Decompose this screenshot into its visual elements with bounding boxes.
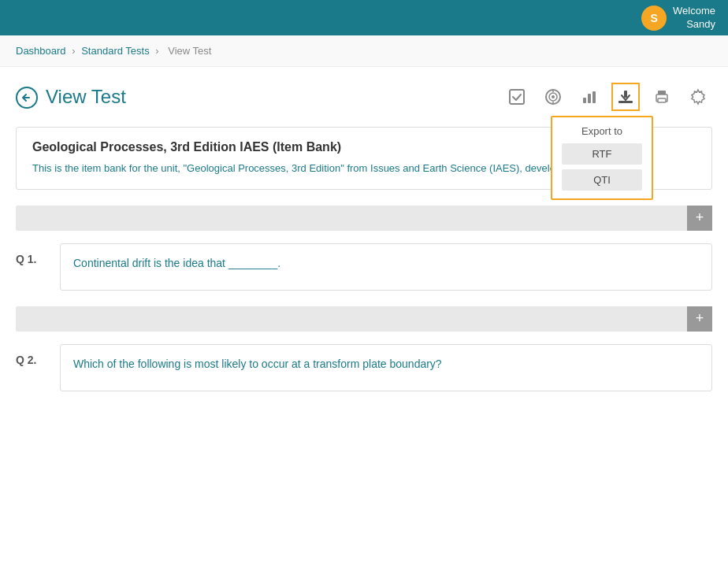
question-label-2: Q 2. bbox=[16, 344, 47, 366]
breadcrumb-sep1: › bbox=[72, 45, 75, 57]
question-card-1: Continental drift is the idea that _____… bbox=[60, 243, 712, 291]
svg-rect-15 bbox=[658, 98, 666, 102]
settings-icon-btn[interactable] bbox=[684, 83, 712, 111]
page-content: View Test bbox=[0, 67, 728, 423]
export-rtf-btn[interactable]: RTF bbox=[562, 143, 642, 165]
target-icon-btn[interactable] bbox=[539, 83, 567, 111]
user-greeting: Welcome Sandy bbox=[673, 5, 715, 32]
check-icon-btn[interactable] bbox=[503, 83, 531, 111]
page-title: View Test bbox=[16, 85, 126, 109]
avatar: S bbox=[641, 6, 667, 31]
app-header: S Welcome Sandy bbox=[0, 0, 728, 35]
export-qti-btn[interactable]: QTI bbox=[562, 169, 642, 191]
toolbar-icons: Export to RTF QTI bbox=[503, 83, 712, 111]
svg-rect-12 bbox=[624, 91, 627, 98]
export-dropdown: Export to RTF QTI bbox=[551, 116, 653, 200]
breadcrumb: Dashboard › Standard Tests › View Test bbox=[0, 35, 728, 67]
question-row-2: Q 2. Which of the following is most like… bbox=[16, 344, 712, 391]
section-bar-1: + bbox=[16, 206, 712, 231]
svg-rect-10 bbox=[592, 91, 596, 103]
section-add-btn-1[interactable]: + bbox=[687, 206, 712, 231]
svg-rect-9 bbox=[588, 94, 591, 103]
svg-rect-11 bbox=[618, 101, 633, 103]
svg-point-5 bbox=[552, 95, 555, 98]
user-info: S Welcome Sandy bbox=[641, 5, 715, 32]
export-dropdown-title: Export to bbox=[562, 125, 642, 137]
question-row-1: Q 1. Continental drift is the idea that … bbox=[16, 243, 712, 291]
svg-rect-14 bbox=[658, 91, 666, 94]
question-text-1: Continental drift is the idea that _____… bbox=[73, 255, 699, 272]
breadcrumb-sep2: › bbox=[155, 45, 158, 57]
chart-icon-btn[interactable] bbox=[575, 83, 604, 111]
svg-rect-2 bbox=[510, 90, 524, 104]
print-icon-btn[interactable] bbox=[648, 83, 676, 111]
question-text-2: Which of the following is most likely to… bbox=[73, 356, 699, 372]
svg-rect-8 bbox=[583, 98, 586, 103]
view-test-label: View Test bbox=[46, 86, 126, 108]
question-card-2: Which of the following is most likely to… bbox=[60, 344, 712, 391]
back-icon[interactable] bbox=[16, 85, 38, 109]
breadcrumb-current: View Test bbox=[168, 45, 211, 57]
breadcrumb-standard-tests[interactable]: Standard Tests bbox=[81, 45, 149, 57]
section-bar-2: + bbox=[16, 306, 712, 332]
toolbar-row: View Test bbox=[16, 83, 712, 111]
section-add-btn-2[interactable]: + bbox=[687, 306, 712, 332]
question-label-1: Q 1. bbox=[16, 243, 47, 265]
export-icon-btn[interactable] bbox=[611, 83, 640, 111]
breadcrumb-dashboard[interactable]: Dashboard bbox=[16, 45, 66, 57]
